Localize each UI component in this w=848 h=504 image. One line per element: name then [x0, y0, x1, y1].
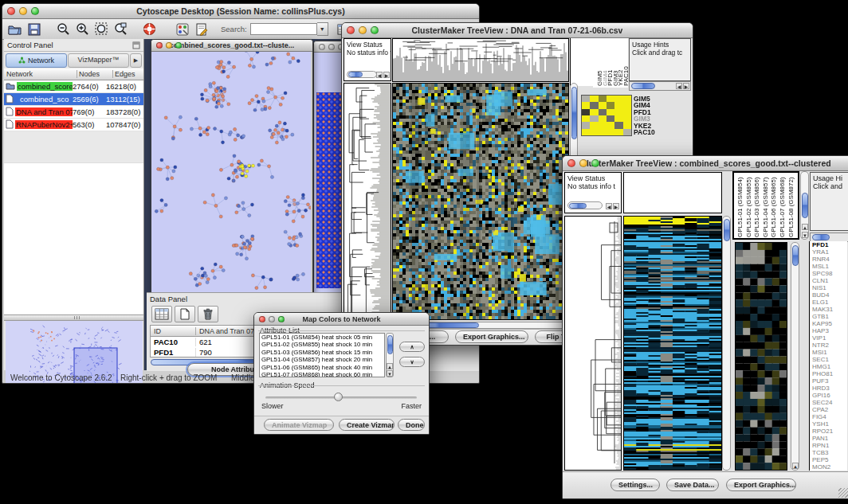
matrix-cell[interactable] [614, 109, 622, 115]
gene-label[interactable]: SEC1 [812, 356, 847, 363]
matrix-cell[interactable] [607, 122, 614, 128]
attribute-list-item[interactable]: GPL51-06 (GSM865) heat shock 40 min [260, 364, 384, 371]
tv1-status-scrollbar[interactable] [347, 71, 377, 78]
tv1-array-dendrogram-panel[interactable] [392, 38, 569, 82]
matrix-cell[interactable] [607, 115, 614, 122]
matrix-cell[interactable] [623, 109, 631, 115]
matrix-cell[interactable] [582, 122, 590, 128]
zoom-button[interactable] [278, 316, 285, 322]
close-button[interactable] [259, 316, 265, 322]
gene-label[interactable]: CPA2 [812, 406, 847, 413]
tv2-save-data-button[interactable]: Save Data... [666, 479, 719, 491]
gene-label[interactable]: NTR2 [812, 342, 847, 349]
matrix-cell[interactable] [623, 115, 631, 122]
matrix-cell[interactable] [599, 129, 607, 135]
attribute-list-item[interactable]: GPL51-04 (GSM857) heat shock 20 min [260, 356, 384, 363]
gene-label[interactable]: RPN1 [812, 442, 847, 449]
matrix-cell[interactable] [582, 115, 590, 122]
speed-slider-thumb[interactable] [334, 393, 343, 401]
tv1-hints-scrollbar[interactable]: ◀ ▶ [629, 81, 691, 91]
resize-grip-icon[interactable] [838, 488, 848, 498]
matrix-cell[interactable] [623, 122, 631, 128]
network-list-row[interactable]: combined_scores2764(0)16218(0) [4, 80, 143, 93]
tv2-heatmap-panel[interactable] [623, 216, 722, 471]
attribute-listbox[interactable]: GPL51-01 (GSM854) heat shock 05 minGPL51… [259, 333, 385, 377]
matrix-cell[interactable] [590, 129, 598, 135]
tv1-heatmap[interactable] [393, 84, 568, 319]
gene-label[interactable]: SEC24 [812, 399, 847, 406]
tab-network[interactable]: Network [6, 53, 67, 68]
gene-label[interactable]: MSL1 [812, 263, 847, 270]
attribute-list-item[interactable]: GPL51-07 (GSM868) heat shock 60 min [260, 371, 384, 377]
matrix-cell[interactable] [590, 102, 598, 108]
close-button[interactable] [567, 159, 575, 167]
tv2-settings-button[interactable]: Settings... [610, 479, 660, 491]
minimize-button[interactable] [328, 44, 335, 50]
move-down-button[interactable]: ∨ [399, 357, 425, 367]
matrix-cell[interactable] [590, 109, 598, 115]
gene-label[interactable]: TCB3 [812, 449, 847, 456]
tv1-status-left-arrow-icon[interactable]: ◀ [376, 72, 383, 78]
close-button[interactable] [347, 26, 355, 34]
gene-label[interactable]: FIG4 [812, 413, 847, 420]
close-button[interactable] [319, 44, 325, 50]
tv2-status-scrollbar[interactable] [567, 201, 603, 209]
gene-label[interactable]: YSH1 [812, 420, 847, 428]
tab-overflow-arrow-icon[interactable]: ▶ [130, 53, 142, 68]
col-nodes[interactable]: Nodes [77, 70, 113, 78]
col-network[interactable]: Network [4, 70, 77, 78]
network-graph-canvas[interactable] [151, 52, 311, 297]
tv2-gene-scrollbar[interactable]: ▲ [791, 242, 799, 471]
annotation-icon[interactable] [192, 21, 211, 37]
matrix-cell[interactable] [623, 102, 631, 108]
minimize-button[interactable] [19, 7, 27, 15]
minimize-button[interactable] [166, 42, 172, 49]
help-ring-icon[interactable] [139, 21, 159, 37]
gene-label[interactable]: GTB1 [812, 313, 847, 320]
close-button[interactable] [7, 7, 15, 15]
gene-label[interactable]: PAN1 [812, 435, 847, 442]
gene-label[interactable]: ELG1 [812, 299, 847, 306]
matrix-cell[interactable] [590, 115, 598, 122]
vizmapper-icon[interactable] [173, 21, 192, 37]
matrix-cell[interactable] [590, 122, 598, 128]
splitter-handle[interactable] [4, 315, 143, 321]
attribute-list-scrollbar[interactable]: ▲ ▼ [386, 333, 394, 377]
tv2-gene-dendrogram[interactable] [565, 217, 621, 470]
close-button[interactable] [156, 42, 163, 49]
tv2-zoom-heatmap[interactable] [736, 243, 787, 470]
attr-scroll-down-icon[interactable]: ▼ [387, 370, 393, 377]
matrix-cell[interactable] [614, 115, 622, 122]
attribute-list-item[interactable]: GPL51-03 (GSM856) heat shock 15 min [260, 349, 384, 356]
main-titlebar[interactable]: Cytoscape Desktop (Session Name: collins… [2, 4, 479, 19]
gene-label[interactable]: MSI1 [812, 349, 847, 356]
search-input[interactable] [250, 23, 317, 35]
tv2-status-left-arrow-icon[interactable]: ◀ [606, 203, 612, 209]
done-button[interactable]: Done [398, 419, 425, 431]
gene-label[interactable]: RNR4 [812, 256, 847, 263]
gene-label[interactable]: KAP95 [812, 320, 847, 327]
tv2-col-down-icon[interactable]: ▼ [802, 232, 808, 238]
tv1-hints-left-arrow-icon[interactable]: ◀ [676, 83, 682, 89]
save-icon[interactable] [25, 21, 44, 37]
tv1-zoom-matrix[interactable] [581, 95, 632, 136]
matrix-cell[interactable] [582, 129, 590, 135]
tv2-heatmap[interactable] [624, 217, 721, 470]
matrix-cell[interactable] [599, 102, 607, 108]
attribute-list-item[interactable]: GPL51-01 (GSM854) heat shock 05 min [260, 334, 384, 341]
minimize-button[interactable] [269, 316, 275, 322]
matrix-cell[interactable] [614, 129, 622, 135]
network-list-row[interactable]: combined_sco2569(6)13112(15) [4, 93, 143, 106]
matrix-cell[interactable] [599, 115, 607, 122]
network-list-row[interactable]: RNAPuberNov2+!563(0)107847(0) [4, 119, 143, 131]
tv2-collabel-scrollbar[interactable]: ▲ ▼ [800, 171, 809, 240]
tv1-array-dendrogram[interactable] [393, 39, 568, 81]
zoom-selected-icon[interactable] [111, 21, 130, 37]
gene-label[interactable]: HRD3 [812, 385, 847, 392]
gene-label[interactable]: NIS1 [812, 284, 847, 291]
col-id[interactable]: ID [151, 327, 196, 335]
zoom-out-icon[interactable] [53, 21, 73, 37]
tv2-zoom-heatmap-panel[interactable] [735, 242, 787, 471]
tv1-export-graphics-button[interactable]: Export Graphics... [455, 330, 528, 343]
gene-label[interactable]: PFD1 [812, 241, 847, 248]
